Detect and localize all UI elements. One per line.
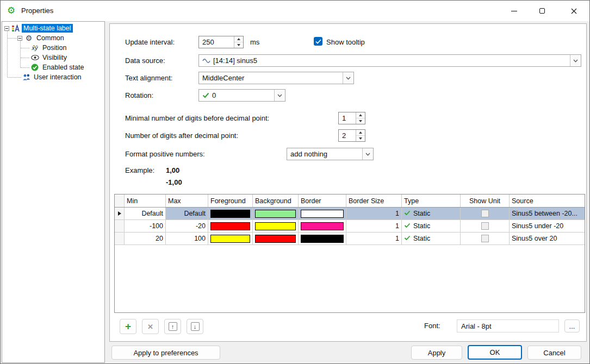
spin-up-icon[interactable] xyxy=(356,112,365,118)
font-browse-button[interactable]: ... xyxy=(564,319,580,332)
show-tooltip-checkbox[interactable] xyxy=(314,37,322,46)
cell-max[interactable]: Default xyxy=(166,208,208,219)
collapse-expander-icon[interactable] xyxy=(4,26,9,31)
add-row-button[interactable]: + xyxy=(120,319,136,334)
cell-border[interactable] xyxy=(299,233,346,244)
spin-down-icon[interactable] xyxy=(234,42,243,48)
data-source-select[interactable]: [14:14] sinus5 xyxy=(198,54,581,67)
spin-down-icon[interactable] xyxy=(356,136,365,141)
update-interval-value[interactable]: 250 xyxy=(199,36,234,48)
rotation-select[interactable]: 0 xyxy=(198,89,285,102)
cell-min[interactable]: Default xyxy=(125,208,166,219)
show-tooltip-label[interactable]: Show tooltip xyxy=(326,38,365,46)
foreground-swatch[interactable] xyxy=(210,210,250,218)
table-row[interactable]: -100 -20 1 Static Sinus5 under -20 xyxy=(115,220,585,233)
dropdown-arrow-icon[interactable] xyxy=(274,90,285,101)
tree-item-user-interaction[interactable]: User interaction xyxy=(22,72,83,82)
dropdown-arrow-icon[interactable] xyxy=(362,148,373,160)
cell-type[interactable]: Static xyxy=(402,233,461,244)
border-swatch[interactable] xyxy=(301,210,344,218)
close-button[interactable] xyxy=(561,1,586,21)
spin-up-icon[interactable] xyxy=(234,36,243,42)
tree-item-multi-state-label[interactable]: Multi-state label xyxy=(4,23,73,33)
minimize-button[interactable] xyxy=(501,1,526,21)
column-header-background[interactable]: Background xyxy=(253,194,299,207)
cell-background[interactable] xyxy=(253,208,299,219)
tree-item-label[interactable]: Multi-state label xyxy=(22,24,73,33)
cell-max[interactable]: -20 xyxy=(166,220,208,232)
cell-min[interactable]: 20 xyxy=(125,233,166,244)
tree-item-visibility[interactable]: Visibility xyxy=(30,53,69,62)
cell-border-size[interactable]: 1 xyxy=(346,220,402,232)
column-header-type[interactable]: Type xyxy=(402,194,461,207)
show-unit-checkbox[interactable] xyxy=(481,235,489,242)
tree-item-label[interactable]: User interaction xyxy=(32,73,83,81)
spin-up-icon[interactable] xyxy=(356,130,365,136)
border-swatch[interactable] xyxy=(301,235,344,243)
background-swatch[interactable] xyxy=(255,210,296,218)
column-header-min[interactable]: Min xyxy=(125,194,166,207)
cell-border-size[interactable]: 1 xyxy=(346,208,402,219)
apply-button[interactable]: Apply xyxy=(411,346,462,360)
background-swatch[interactable] xyxy=(255,235,296,243)
tree-item-label[interactable]: Enabled state xyxy=(41,63,85,72)
cell-background[interactable] xyxy=(253,220,299,232)
column-header-border[interactable]: Border xyxy=(299,194,346,207)
ok-button[interactable]: OK xyxy=(468,345,522,360)
cell-type[interactable]: Static xyxy=(402,208,461,219)
cell-source[interactable]: Sinus5 over 20 xyxy=(510,233,585,244)
table-row[interactable]: Default Default 1 Static Sinus5 between … xyxy=(115,208,585,220)
cell-foreground[interactable] xyxy=(208,220,253,232)
cell-type[interactable]: Static xyxy=(402,220,461,232)
cell-foreground[interactable] xyxy=(208,233,253,244)
column-header-border-size[interactable]: Border Size xyxy=(346,194,402,207)
collapse-expander-icon[interactable] xyxy=(17,36,22,41)
cell-source[interactable]: Sinus5 under -20 xyxy=(510,220,585,232)
cell-border-size[interactable]: 1 xyxy=(346,233,402,244)
cell-border[interactable] xyxy=(299,220,346,232)
move-row-down-button[interactable]: ↓ xyxy=(187,319,203,334)
column-header-show-unit[interactable]: Show Unit xyxy=(461,194,510,207)
column-header-foreground[interactable]: Foreground xyxy=(208,194,253,207)
cell-show-unit[interactable] xyxy=(461,233,510,244)
digits-after-input[interactable]: 2 xyxy=(338,129,365,142)
tree-item-common[interactable]: ⚙ Common xyxy=(17,33,66,43)
column-header-source[interactable]: Source xyxy=(510,194,585,207)
tree-item-label[interactable]: Position xyxy=(41,43,68,52)
cell-show-unit[interactable] xyxy=(461,208,510,219)
table-row[interactable]: 20 100 1 Static Sinus5 over 20 xyxy=(115,233,585,245)
border-swatch[interactable] xyxy=(301,222,344,230)
apply-to-preferences-button[interactable]: Apply to preferences xyxy=(111,346,220,360)
spin-down-icon[interactable] xyxy=(356,118,365,124)
column-header-max[interactable]: Max xyxy=(166,194,208,207)
cancel-button[interactable]: Cancel xyxy=(527,346,581,360)
background-swatch[interactable] xyxy=(255,222,296,230)
cell-source[interactable]: Sinus5 between -20... xyxy=(510,208,585,219)
digits-before-value[interactable]: 1 xyxy=(339,112,356,124)
cell-foreground[interactable] xyxy=(208,208,253,219)
cell-border[interactable] xyxy=(299,208,346,219)
tree-item-label[interactable]: Common xyxy=(35,34,66,42)
digits-after-value[interactable]: 2 xyxy=(339,130,356,141)
format-positive-select[interactable]: add nothing xyxy=(287,148,374,160)
show-unit-checkbox[interactable] xyxy=(481,222,489,230)
cell-min[interactable]: -100 xyxy=(125,220,166,232)
cell-max[interactable]: 100 xyxy=(166,233,208,244)
tree-item-enabled-state[interactable]: Enabled state xyxy=(30,62,85,72)
dropdown-arrow-icon[interactable] xyxy=(570,55,581,66)
cell-show-unit[interactable] xyxy=(461,220,510,232)
cell-background[interactable] xyxy=(253,233,299,244)
digits-before-input[interactable]: 1 xyxy=(338,112,365,124)
dropdown-arrow-icon[interactable] xyxy=(343,72,353,84)
tree-item-label[interactable]: Visibility xyxy=(41,53,69,62)
text-alignment-select[interactable]: MiddleCenter xyxy=(198,72,354,84)
maximize-button[interactable] xyxy=(530,1,555,21)
foreground-swatch[interactable] xyxy=(210,222,250,230)
show-unit-checkbox[interactable] xyxy=(481,210,489,217)
font-field[interactable]: Arial - 8pt xyxy=(457,319,559,332)
tree-item-position[interactable]: x̂ŷ Position xyxy=(30,43,68,53)
delete-row-button[interactable]: ✕ xyxy=(142,319,159,334)
move-row-up-button[interactable]: ↑ xyxy=(164,319,181,334)
foreground-swatch[interactable] xyxy=(210,235,250,243)
update-interval-input[interactable]: 250 xyxy=(198,36,244,48)
